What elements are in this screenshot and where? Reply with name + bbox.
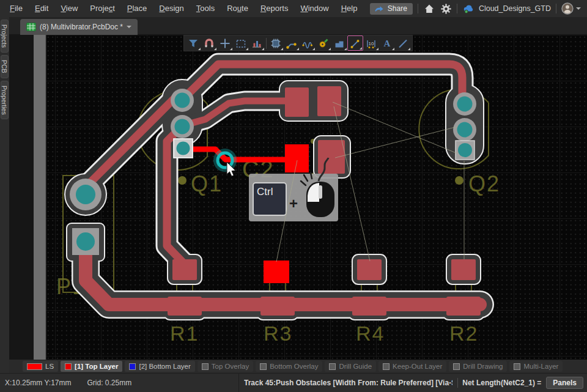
share-label: Share xyxy=(388,4,407,13)
r4-top-pad[interactable] xyxy=(357,259,382,280)
c1-pad2[interactable] xyxy=(317,86,341,116)
cloud-account[interactable]: Cloud_Designs_GTD xyxy=(462,3,551,14)
line-icon xyxy=(397,37,409,50)
layer-tab-drill-drawing[interactable]: Drill Drawing xyxy=(449,361,507,372)
designator-r4: R4 xyxy=(356,322,385,345)
r1-top-pad[interactable] xyxy=(172,259,197,280)
magnet-icon xyxy=(203,37,215,50)
snap-magnet-tool[interactable] xyxy=(201,35,217,51)
pcb-canvas[interactable]: C1 C2 Q1 Q2 P1 R1 R3 R4 R2 xyxy=(9,35,587,360)
chevron-down-icon xyxy=(576,7,581,10)
cloud-icon xyxy=(462,3,476,14)
route-icon xyxy=(286,37,298,50)
designator-r1: R1 xyxy=(170,322,199,345)
cursor-coordinates: X:10.25mm Y:17mm xyxy=(5,379,72,387)
separator xyxy=(556,4,556,13)
avatar xyxy=(561,2,574,15)
layer-tab-top-overlay[interactable]: Top Overlay xyxy=(198,361,253,372)
filter-tool[interactable] xyxy=(185,35,201,51)
board-drawing: C1 C2 Q1 Q2 P1 R1 R3 R4 R2 xyxy=(9,35,587,360)
sidebar-item-pcb[interactable]: PCB xyxy=(1,55,9,78)
layer-tab-multi-layer[interactable]: Multi-Layer xyxy=(509,361,563,372)
interactive-tune-tool[interactable] xyxy=(300,35,316,51)
status-left: X:10.25mm Y:17mm Grid: 0.25mm xyxy=(0,379,238,387)
separator xyxy=(457,378,458,388)
ordinate-tool[interactable] xyxy=(249,35,265,51)
fanout-via-tool[interactable] xyxy=(316,35,331,51)
layer-tab-drill-guide[interactable]: Drill Guide xyxy=(325,361,376,372)
layer-tabs-bar: LS [1] Top Layer [2] Bottom Layer Top Ov… xyxy=(9,360,587,373)
menu-window[interactable]: Window xyxy=(294,0,334,17)
sidebar-item-projects[interactable]: Projects xyxy=(1,20,9,53)
sidebar-item-properties[interactable]: Properties xyxy=(1,81,9,120)
active-bar-toolbar: 10 A xyxy=(183,35,413,51)
menu-help[interactable]: Help xyxy=(335,0,364,17)
menu-file[interactable]: File xyxy=(4,0,29,17)
menu-place[interactable]: Place xyxy=(121,0,153,17)
tune-icon xyxy=(301,37,314,50)
r1-bump-pad[interactable] xyxy=(168,297,202,316)
layer-color-swatch xyxy=(260,363,267,370)
designator-r3: R3 xyxy=(264,322,292,345)
crosshair-tool[interactable] xyxy=(217,35,233,51)
gear-icon[interactable] xyxy=(440,3,452,15)
net-length-readout: Net Length(NetC2_1) = xyxy=(462,379,541,387)
r3-bump-pad[interactable] xyxy=(260,297,295,316)
share-button[interactable]: Share xyxy=(370,3,413,15)
menu-edit[interactable]: Edit xyxy=(29,0,54,17)
c2-pad1-highlighted[interactable] xyxy=(285,144,309,172)
menu-design[interactable]: Design xyxy=(153,0,190,17)
designator-r2: R2 xyxy=(449,322,478,345)
menu-route[interactable]: Route xyxy=(221,0,254,17)
altium-window: File Edit View Project Place Design Tool… xyxy=(0,0,587,392)
menu-project[interactable]: Project xyxy=(84,0,120,17)
r2-bump-pad[interactable] xyxy=(446,297,481,316)
tab-multivibrator-pcbdoc[interactable]: (8) Multivibrator.PcbDoc * xyxy=(20,19,138,35)
document-tab-bar: (8) Multivibrator.PcbDoc * xyxy=(9,17,587,35)
component-icon xyxy=(270,37,282,50)
doc-tab-title: (8) Multivibrator.PcbDoc * xyxy=(40,23,123,31)
panels-button[interactable]: Panels xyxy=(546,377,583,389)
routing-status: Track 45:Push Obstacles [Width From: Rul… xyxy=(244,379,452,387)
q2-pin1-dot xyxy=(455,176,463,185)
place-text-tool[interactable]: A xyxy=(379,35,395,51)
polygon-pour-tool[interactable] xyxy=(331,35,347,51)
slice-track-tool-selected[interactable] xyxy=(347,35,363,51)
text-glyph: A xyxy=(384,39,391,48)
place-line-tool[interactable] xyxy=(395,35,411,51)
pcbdoc-icon xyxy=(26,23,36,31)
menu-tools[interactable]: Tools xyxy=(190,0,221,17)
polygon-icon xyxy=(333,37,345,50)
r4-bump-pad[interactable] xyxy=(352,297,386,316)
panel-edge-strip[interactable] xyxy=(34,35,46,360)
menu-view[interactable]: View xyxy=(54,0,84,17)
menu-reports[interactable]: Reports xyxy=(254,0,295,17)
layer-tab-bottom-layer[interactable]: [2] Bottom Layer xyxy=(125,361,194,372)
interactive-route-tool[interactable] xyxy=(284,35,300,51)
user-menu[interactable] xyxy=(561,2,581,15)
measure-tool[interactable]: 10 xyxy=(363,35,379,51)
selection-tool[interactable] xyxy=(233,35,249,51)
panel-sidebar: Projects PCB Properties xyxy=(0,17,9,392)
plus-sign: + xyxy=(289,195,298,212)
place-component-tool[interactable] xyxy=(268,35,284,51)
canvas-left-gutter xyxy=(9,35,34,360)
slice-icon xyxy=(349,37,361,50)
share-arrow-icon xyxy=(374,4,385,13)
designator-q1: Q1 xyxy=(191,171,223,196)
q1-pin1-dot xyxy=(178,176,186,185)
c2-pad2[interactable] xyxy=(318,140,345,174)
text-icon: A xyxy=(381,37,393,50)
tab-dropdown-icon[interactable] xyxy=(127,26,131,28)
designator-q2: Q2 xyxy=(468,171,500,196)
layer-tab-keep-out[interactable]: Keep-Out Layer xyxy=(378,361,446,372)
status-right: Track 45:Push Obstacles [Width From: Rul… xyxy=(238,374,587,392)
separator xyxy=(418,4,418,13)
layer-tab-bottom-overlay[interactable]: Bottom Overlay xyxy=(256,361,322,372)
layer-tab-top-layer[interactable]: [1] Top Layer xyxy=(61,361,122,372)
layer-tab-ls[interactable]: LS xyxy=(23,361,58,372)
r3-top-pad-highlighted[interactable] xyxy=(264,261,289,283)
c1-pad1[interactable] xyxy=(285,87,309,117)
r2-top-pad[interactable] xyxy=(451,259,476,280)
home-icon[interactable] xyxy=(423,3,435,14)
